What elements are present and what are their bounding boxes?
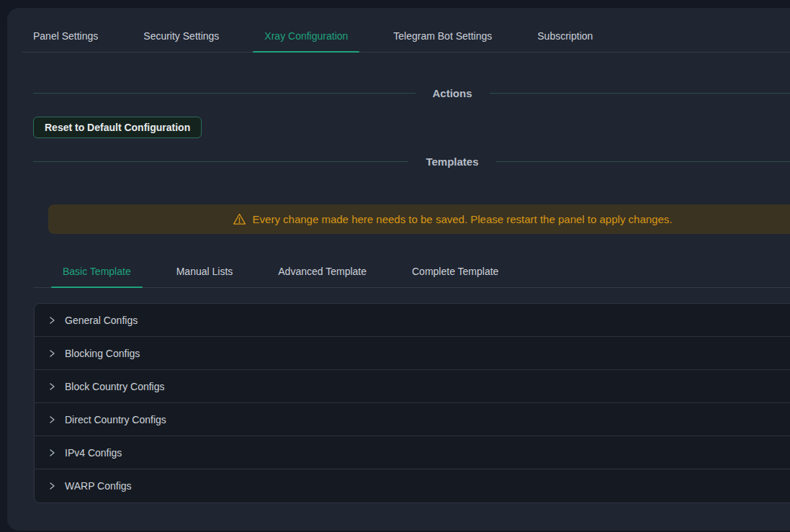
template-tab-bar: Basic Template Manual Lists Advanced Tem… — [33, 264, 790, 288]
templates-divider-label: Templates — [426, 155, 478, 168]
settings-tab-bar: Panel Settings Security Settings Xray Co… — [22, 8, 790, 53]
chevron-right-icon — [48, 349, 56, 358]
actions-divider-label: Actions — [433, 87, 472, 99]
chevron-right-icon — [48, 382, 56, 391]
actions-row: Reset to Default Configuration — [33, 117, 790, 138]
divider-line — [33, 161, 408, 162]
actions-divider: Actions — [33, 86, 790, 100]
templates-divider: Templates — [33, 154, 790, 168]
accordion-blocking-configs[interactable]: Blocking Configs — [35, 337, 790, 370]
settings-card-content: Panel Settings Security Settings Xray Co… — [7, 8, 790, 503]
config-accordion: General Configs Blocking Configs Block C… — [34, 303, 790, 503]
accordion-item-label: Blocking Configs — [65, 348, 140, 359]
accordion-item-label: General Configs — [65, 315, 138, 326]
accordion-warp-configs[interactable]: WARP Configs — [35, 469, 790, 502]
restart-warning-banner: Every change made here needs to be saved… — [48, 204, 790, 234]
settings-card: Panel Settings Security Settings Xray Co… — [7, 8, 790, 531]
chevron-right-icon — [48, 316, 56, 325]
reset-to-default-button[interactable]: Reset to Default Configuration — [33, 117, 202, 138]
accordion-direct-country-configs[interactable]: Direct Country Configs — [35, 403, 790, 436]
accordion-item-label: WARP Configs — [65, 480, 132, 492]
chevron-right-icon — [48, 448, 56, 457]
divider-line — [33, 93, 416, 94]
tab-panel-settings[interactable]: Panel Settings — [22, 29, 109, 52]
tab-xray-configuration[interactable]: Xray Configuration — [253, 29, 359, 52]
tab-advanced-template[interactable]: Advanced Template — [266, 264, 378, 287]
accordion-general-configs[interactable]: General Configs — [35, 304, 790, 337]
tab-subscription[interactable]: Subscription — [526, 29, 604, 52]
divider-line — [490, 93, 790, 94]
accordion-block-country-configs[interactable]: Block Country Configs — [35, 370, 790, 403]
chevron-right-icon — [48, 415, 56, 424]
chevron-right-icon — [48, 482, 56, 490]
restart-warning-text: Every change made here needs to be saved… — [253, 213, 673, 225]
accordion-ipv4-configs[interactable]: IPv4 Configs — [35, 436, 790, 469]
accordion-item-label: IPv4 Configs — [65, 447, 122, 459]
divider-line — [496, 161, 790, 162]
tab-telegram-bot-settings[interactable]: Telegram Bot Settings — [382, 29, 503, 52]
accordion-item-label: Block Country Configs — [65, 381, 165, 392]
warning-triangle-icon — [233, 212, 246, 226]
accordion-item-label: Direct Country Configs — [65, 414, 166, 425]
tab-security-settings[interactable]: Security Settings — [132, 29, 230, 52]
tab-complete-template[interactable]: Complete Template — [400, 264, 510, 287]
tab-manual-lists[interactable]: Manual Lists — [165, 264, 245, 287]
tab-basic-template[interactable]: Basic Template — [51, 264, 143, 287]
